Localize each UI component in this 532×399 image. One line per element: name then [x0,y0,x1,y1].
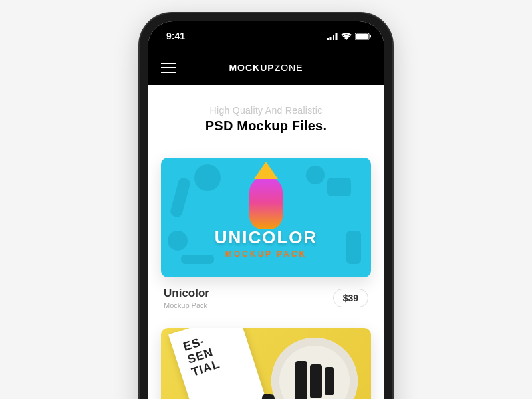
hero-subtitle: High Quality And Realistic [161,105,371,116]
svg-rect-3 [336,33,338,40]
bottle-graphic [295,361,307,399]
status-time: 9:41 [166,31,185,41]
product-card[interactable]: UNICOLOR MOCKUP PACK Unicolor Mockup Pac… [161,158,371,309]
product-image-essential[interactable]: ES- SEN TIAL [161,328,371,399]
phone-frame: 9:41 MOCKUPZONE [140,13,392,399]
status-indicators [327,33,371,40]
notch [206,21,326,40]
battery-icon [355,33,371,40]
hamburger-icon [161,63,176,64]
product-image-overlay: UNICOLOR MOCKUP PACK [161,227,371,259]
price-badge[interactable]: $39 [333,289,368,307]
menu-button[interactable] [161,63,176,73]
phone-screen: 9:41 MOCKUPZONE [148,21,384,399]
product-title: Unicolor [164,287,209,300]
svg-rect-6 [370,35,371,37]
signal-icon [327,33,338,40]
svg-rect-0 [327,38,329,40]
product-titles: Unicolor Mockup Pack [164,287,209,309]
svg-rect-1 [330,37,332,40]
svg-rect-2 [332,35,334,40]
svg-rect-5 [356,33,368,39]
app-logo: MOCKUPZONE [229,63,303,73]
essential-paper-graphic: ES- SEN TIAL [168,328,267,399]
pineapple-graphic [249,176,283,229]
product-image-unicolor[interactable]: UNICOLOR MOCKUP PACK [161,158,371,277]
plate-graphic [271,338,358,399]
content-area[interactable]: High Quality And Realistic PSD Mockup Fi… [148,85,384,399]
hero-title: PSD Mockup Files. [161,118,371,134]
product-subtitle: Mockup Pack [164,301,209,309]
app-header: MOCKUPZONE [148,51,384,85]
wifi-icon [341,33,352,40]
product-meta: Unicolor Mockup Pack $39 [161,287,371,309]
